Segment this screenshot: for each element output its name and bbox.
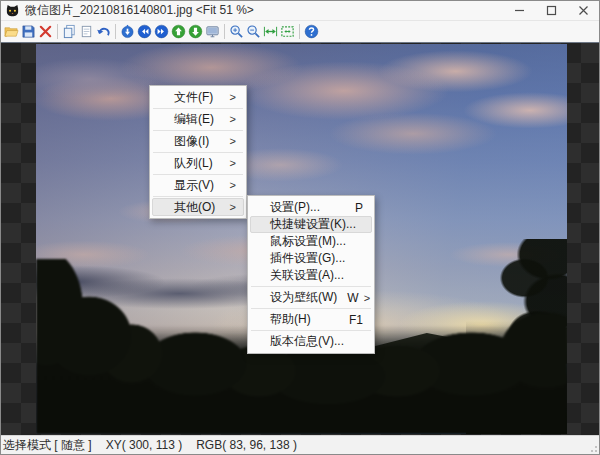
submenu-item-hotkey-settings[interactable]: 快捷键设置(K)... (250, 216, 372, 233)
menu-item-file[interactable]: 文件(F) > (152, 88, 244, 106)
paste-icon (79, 24, 94, 39)
info-button[interactable] (119, 22, 136, 41)
status-mode: 选择模式 [ 随意 ] (3, 437, 92, 454)
status-rgb-value: RGB( 83, 96, 138 ) (196, 438, 297, 452)
down-button[interactable] (187, 22, 204, 41)
titlebar: 微信图片_20210816140801.jpg <Fit 51 %> (1, 1, 599, 21)
down-arrow-icon (188, 24, 203, 39)
menu-divider (251, 308, 371, 309)
menu-item-label: 显示(V) (174, 177, 226, 194)
menu-item-label: 队列(L) (174, 155, 226, 172)
resize-grip[interactable] (588, 443, 598, 453)
submenu-item-label: 设置(P)... (270, 199, 345, 216)
maximize-icon (546, 5, 557, 16)
menu-item-label: 其他(O) (174, 199, 226, 216)
submenu-arrow-icon: > (230, 179, 236, 191)
zoom-out-button[interactable] (245, 22, 262, 41)
menu-divider (153, 130, 243, 131)
window-controls (503, 1, 599, 20)
close-icon (578, 5, 589, 16)
paste-button[interactable] (78, 22, 95, 41)
menu-divider (153, 152, 243, 153)
undo-icon (96, 24, 111, 39)
submenu-arrow-icon: > (230, 113, 236, 125)
submenu-arrow-icon: > (230, 201, 236, 213)
zoom-in-button[interactable] (228, 22, 245, 41)
menu-divider (251, 286, 371, 287)
status-bar: 选择模式 [ 随意 ] XY( 300, 113 ) RGB( 83, 96, … (1, 435, 599, 454)
previous-button[interactable] (136, 22, 153, 41)
app-window: 微信图片_20210816140801.jpg <Fit 51 %> (0, 0, 600, 455)
submenu-item-plugin-settings[interactable]: 插件设置(G)... (250, 250, 372, 267)
menu-item-label: 文件(F) (174, 89, 226, 106)
zoom-out-icon (246, 24, 261, 39)
submenu-arrow-icon: > (230, 157, 236, 169)
submenu-item-label: 插件设置(G)... (270, 250, 353, 267)
menu-item-queue[interactable]: 队列(L) > (152, 154, 244, 172)
submenu-item-settings[interactable]: 设置(P)... P (250, 199, 372, 216)
context-submenu-other: 设置(P)... P 快捷键设置(K)... 鼠标设置(M)... 插件设置(G… (247, 195, 375, 354)
submenu-item-label: 帮助(H) (270, 311, 339, 328)
delete-button[interactable] (37, 22, 54, 41)
fit-width-button[interactable] (262, 22, 279, 41)
menu-divider (153, 108, 243, 109)
undo-button[interactable] (95, 22, 112, 41)
menu-divider (153, 174, 243, 175)
context-menu: 文件(F) > 编辑(E) > 图像(I) > 队列(L) > 显示(V) > (149, 85, 247, 219)
zoom-in-icon (229, 24, 244, 39)
minimize-button[interactable] (503, 1, 535, 20)
submenu-item-set-wallpaper[interactable]: 设为壁纸(W) W > (250, 289, 372, 306)
fit-window-icon (280, 24, 295, 39)
menu-item-label: 编辑(E) (174, 111, 226, 128)
delete-x-icon (38, 24, 53, 39)
minimize-icon (514, 5, 525, 16)
submenu-arrow-icon: > (230, 135, 236, 147)
menu-divider (153, 196, 243, 197)
up-button[interactable] (170, 22, 187, 41)
help-button[interactable] (303, 22, 320, 41)
toolbar-separator (224, 24, 225, 39)
maximize-button[interactable] (535, 1, 567, 20)
submenu-item-label: 版本信息(V)... (270, 333, 353, 350)
fit-window-button[interactable] (279, 22, 296, 41)
toolbar-separator (57, 24, 58, 39)
help-icon (304, 24, 319, 39)
open-folder-icon (4, 24, 19, 39)
submenu-item-mouse-settings[interactable]: 鼠标设置(M)... (250, 233, 372, 250)
next-button[interactable] (153, 22, 170, 41)
save-button[interactable] (20, 22, 37, 41)
toolbar (1, 21, 599, 43)
image-canvas[interactable]: 文件(F) > 编辑(E) > 图像(I) > 队列(L) > 显示(V) > (1, 43, 599, 435)
previous-icon (137, 24, 152, 39)
toolbar-separator (299, 24, 300, 39)
submenu-arrow-icon: > (230, 91, 236, 103)
menu-item-edit[interactable]: 编辑(E) > (152, 110, 244, 128)
copy-button[interactable] (61, 22, 78, 41)
menu-item-other[interactable]: 其他(O) > (152, 198, 244, 216)
open-button[interactable] (3, 22, 20, 41)
monitor-icon (205, 24, 220, 39)
copy-icon (62, 24, 77, 39)
submenu-item-label: 设为壁纸(W) (270, 289, 337, 306)
submenu-arrow-icon: > (364, 292, 370, 304)
submenu-item-help[interactable]: 帮助(H) F1 (250, 311, 372, 328)
shortcut-label: W (347, 291, 358, 305)
submenu-item-label: 快捷键设置(K)... (270, 216, 356, 233)
next-icon (154, 24, 169, 39)
submenu-item-label: 鼠标设置(M)... (270, 233, 353, 250)
submenu-item-version-info[interactable]: 版本信息(V)... (250, 333, 372, 350)
info-balloon-icon (120, 24, 135, 39)
menu-item-label: 图像(I) (174, 133, 226, 150)
menu-item-image[interactable]: 图像(I) > (152, 132, 244, 150)
submenu-item-association-settings[interactable]: 关联设置(A)... (250, 267, 372, 284)
menu-divider (251, 330, 371, 331)
menu-item-view[interactable]: 显示(V) > (152, 176, 244, 194)
close-button[interactable] (567, 1, 599, 20)
toolbar-separator (115, 24, 116, 39)
window-title: 微信图片_20210816140801.jpg <Fit 51 %> (25, 2, 503, 19)
monitor-button[interactable] (204, 22, 221, 41)
fit-width-icon (263, 24, 278, 39)
submenu-item-label: 关联设置(A)... (270, 267, 353, 284)
up-arrow-icon (171, 24, 186, 39)
shortcut-label: P (355, 201, 363, 215)
